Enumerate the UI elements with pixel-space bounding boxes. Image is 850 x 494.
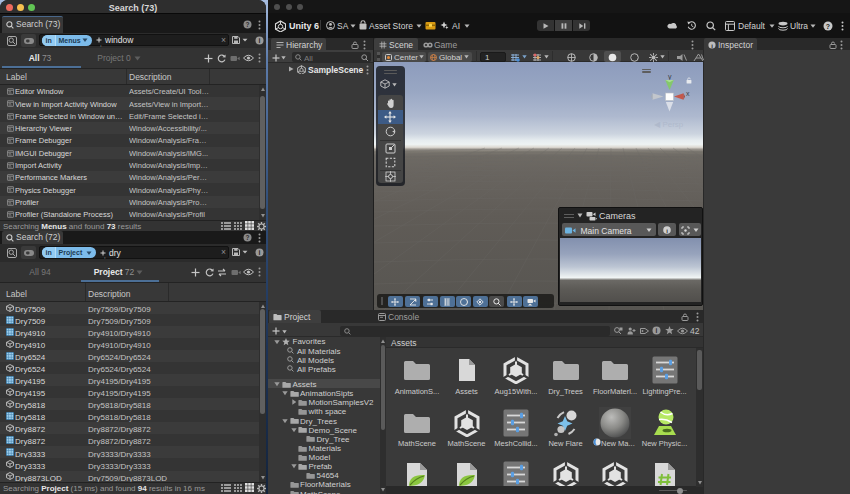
svg-text:y: y xyxy=(668,73,672,81)
svg-text:i: i xyxy=(656,327,658,334)
svg-text:x: x xyxy=(686,90,690,97)
svg-text:i: i xyxy=(259,249,261,256)
svg-text:?: ? xyxy=(246,234,250,241)
svg-text:?: ? xyxy=(246,21,250,28)
svg-text:?: ? xyxy=(826,22,830,29)
svg-text:i: i xyxy=(259,37,261,44)
